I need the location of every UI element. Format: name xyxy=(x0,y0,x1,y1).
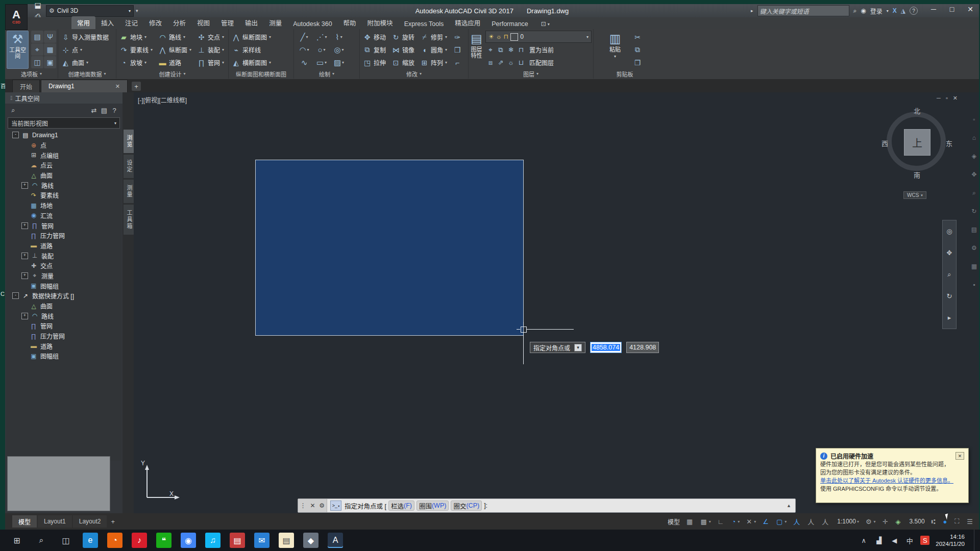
navbar-tool-icon[interactable]: ▸ xyxy=(948,314,951,321)
status-toggle-button[interactable]: ⛶ ▾ xyxy=(954,517,960,525)
tree-item[interactable]: + ◠ 路线 xyxy=(6,180,121,190)
ribbon-button[interactable]: ⊞ 阵列 ▾ xyxy=(419,56,449,69)
ribbon-button[interactable]: ⊹ 点 ▾ xyxy=(60,43,110,56)
edge-tool-icon[interactable]: ↻ xyxy=(971,208,976,215)
taskbar-app-button[interactable]: ♪ xyxy=(132,533,147,548)
tree-item[interactable]: ↷ 要素线 xyxy=(6,190,121,201)
edge-tool-icon[interactable]: ⌂ xyxy=(972,134,976,141)
tray-icon[interactable]: ◀ xyxy=(890,536,899,545)
tree-expander[interactable]: + xyxy=(21,222,28,229)
tree-expander[interactable]: + xyxy=(21,253,28,259)
layout-tab[interactable]: 模型 xyxy=(12,515,37,528)
dropdown-arrow-icon[interactable]: ▾ xyxy=(785,519,787,524)
toolspace-side-tab[interactable]: 浏览 xyxy=(124,130,135,153)
tray-icon[interactable]: ▟ xyxy=(874,536,884,545)
grip-icon[interactable]: ⋮ xyxy=(300,502,306,509)
ribbon-button[interactable]: ↻ 旋转 xyxy=(390,31,416,43)
dropdown-arrow-icon[interactable]: ▾ xyxy=(222,35,224,39)
toast-close-button[interactable]: ✕ xyxy=(955,452,964,460)
ribbon-button[interactable]: ⊥ 装配 ▾ xyxy=(195,43,226,56)
status-toggle-button[interactable]: ∟ ▾ xyxy=(718,518,725,525)
tree-item[interactable]: ▦ 场地 xyxy=(6,201,121,211)
layer-color-swatch[interactable] xyxy=(510,33,518,41)
taskbar-app-button[interactable]: ◉ xyxy=(181,533,196,548)
dropdown-arrow-icon[interactable]: ▾ xyxy=(738,519,740,524)
edge-tool-icon[interactable]: ▤ xyxy=(971,226,977,233)
ribbon-button[interactable]: ◔ 放坡 ▾ xyxy=(118,56,154,69)
taskbar-app-button[interactable]: ◆ xyxy=(303,533,318,548)
ribbon-button[interactable]: ⌿ 修剪 ▾ xyxy=(419,31,449,43)
dropdown-arrow-icon[interactable]: ▾ xyxy=(445,35,447,39)
dropdown-arrow-icon[interactable]: ▾ xyxy=(269,35,271,39)
clipboard-tool-button[interactable]: ✂ xyxy=(631,31,644,43)
ribbon-button[interactable]: ⊡ 缩放 xyxy=(390,56,416,69)
maximize-button[interactable]: □ xyxy=(946,5,958,13)
chevron-down-icon[interactable]: ▾ xyxy=(586,35,589,39)
tree-item[interactable]: ∏ 压力管网 xyxy=(6,331,121,341)
toolspace-side-tab[interactable]: 工具箱 xyxy=(124,205,135,235)
taskbar-clock[interactable]: 14:16 2024/11/20 xyxy=(936,533,965,547)
ribbon-button[interactable]: ✥ 移动 xyxy=(361,31,387,43)
ribbon-tab[interactable]: 附加模块 xyxy=(362,16,399,29)
workspace-selector[interactable]: ⚙ Civil 3D ▾ xyxy=(46,5,134,17)
modify-tool-button[interactable]: ⌐ xyxy=(451,56,463,69)
viewport-window-button[interactable]: ✕ xyxy=(953,95,958,102)
application-menu-button[interactable]: A C3D xyxy=(5,4,28,30)
customize-icon[interactable]: ⚙ xyxy=(319,502,325,509)
dropdown-arrow-icon[interactable]: ▾ xyxy=(144,60,146,65)
layer-tool-icon[interactable]: ⧉ xyxy=(496,46,506,54)
layer-tool-icon[interactable]: ⇗ xyxy=(496,59,506,67)
command-line[interactable]: ⋮ ✕ ⚙ >_▾ 指定对角点或 [ 栏选(F) 圈围(WP) 圈交(CP) ]… xyxy=(298,498,796,513)
compass-west[interactable]: 西 xyxy=(881,138,888,148)
draw-tool-button[interactable]: ▭ ▾ xyxy=(313,56,330,69)
ribbon-button[interactable]: ▰ 地块 ▾ xyxy=(118,31,154,43)
dropdown-arrow-icon[interactable]: ▾ xyxy=(189,47,191,52)
tree-expander[interactable] xyxy=(21,353,27,359)
status-toggle-button[interactable]: ∠ ▾ xyxy=(763,518,770,525)
dropdown-arrow-icon[interactable]: ▾ xyxy=(342,60,344,65)
layout-tab[interactable]: Layout2 xyxy=(73,515,107,528)
taskbar-app-button[interactable]: e xyxy=(83,533,98,548)
recent-commands-button[interactable]: >_▾ xyxy=(330,500,341,511)
layer-tool-icon[interactable]: ☼ xyxy=(506,59,516,67)
compass-south[interactable]: 南 xyxy=(914,170,920,180)
ribbon-button[interactable]: ◠ 路线 ▾ xyxy=(157,31,193,43)
edge-tool-icon[interactable]: ⌕ xyxy=(972,189,976,196)
dropdown-arrow-icon[interactable]: ▾ xyxy=(709,519,711,524)
dropdown-arrow-icon[interactable]: ▾ xyxy=(857,519,859,524)
tree-item[interactable]: ▣ 图幅组 xyxy=(6,351,121,361)
taskbar-app-button[interactable]: ⊞ xyxy=(9,533,24,548)
compass-north[interactable]: 北 xyxy=(914,106,920,115)
status-toggle-button[interactable]: ⑆ ▾ xyxy=(932,518,937,525)
tree-expander[interactable] xyxy=(21,203,27,208)
tree-item[interactable]: ∏ 管网 xyxy=(6,321,121,331)
taskbar-app-button[interactable]: ⌕ xyxy=(34,533,49,548)
ribbon-tab[interactable]: 分析 xyxy=(167,16,191,29)
tree-expander[interactable] xyxy=(21,142,27,148)
dropdown-arrow-icon[interactable]: ▾ xyxy=(324,47,326,52)
match-layer-button[interactable]: 匹配图层 xyxy=(529,58,554,67)
viewcube-compass[interactable]: 上 北 东 南 西 xyxy=(881,107,953,178)
layout-tab[interactable]: Layout1 xyxy=(38,515,72,528)
tree-item[interactable]: ◉ 汇流 xyxy=(6,211,121,221)
status-toggle-button[interactable]: ◈ ▾ xyxy=(896,518,902,525)
status-toggle-button[interactable]: ☰ ▾ xyxy=(967,518,974,525)
tree-expander[interactable]: - xyxy=(12,132,19,138)
clipboard-tool-button[interactable]: ❐ xyxy=(631,56,644,69)
toolspace-side-tab[interactable]: 测量 xyxy=(124,180,135,203)
layer-tool-icon[interactable]: ⧈ xyxy=(485,59,496,67)
tray-icon[interactable]: 中 xyxy=(905,536,914,545)
layer-tool-icon[interactable]: ❄ xyxy=(506,46,516,54)
tree-item[interactable]: ▬ 道路 xyxy=(6,341,121,351)
tree-item[interactable]: - ▤ Drawing1 xyxy=(6,130,121,140)
sign-in-button[interactable]: 登录 xyxy=(870,7,883,15)
modify-tool-button[interactable]: ❒ xyxy=(451,43,463,56)
tree-expander[interactable]: + xyxy=(21,313,28,319)
layer-tool-icon[interactable]: ⊓ xyxy=(516,46,526,54)
layer-tool-icon[interactable]: ⌖ xyxy=(485,46,496,54)
tree-item[interactable]: ⊕ 点 xyxy=(6,140,121,151)
ribbon-button[interactable]: ⧉ 复制 xyxy=(361,43,387,56)
tree-item[interactable]: ✚ 交点 xyxy=(6,261,121,271)
close-button[interactable]: ✕ xyxy=(965,5,976,13)
ribbon-tab[interactable]: 修改 xyxy=(143,16,167,29)
